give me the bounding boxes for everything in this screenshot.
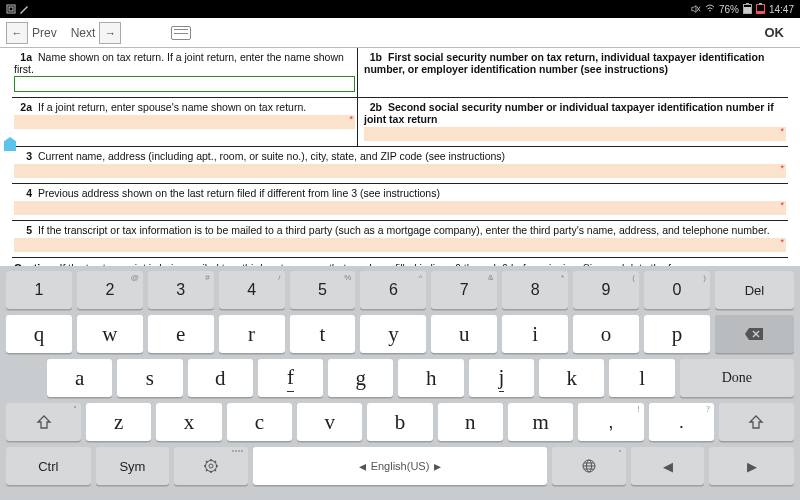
svg-line-14 [206,470,208,472]
line-3-label: Current name, address (including apt., r… [38,150,505,162]
line-4-input[interactable]: * [14,201,786,215]
keyboard: 1 2@ 3# 4/ 5% 6^ 7& 8* 9( 0) Del q w e r… [0,266,800,500]
line-3-number: 3 [14,150,32,162]
line-5-label: If the transcript or tax information is … [38,224,770,236]
line-2a-input[interactable]: * [14,115,355,129]
key-o[interactable]: o [573,315,639,353]
key-comma[interactable]: ,! [578,403,643,441]
triangle-left-icon: ◀ [663,459,673,474]
key-settings[interactable] [174,447,248,485]
svg-line-15 [215,461,217,463]
svg-point-7 [209,464,213,468]
line-1a-label: Name shown on tax return. If a joint ret… [14,51,344,75]
svg-rect-0 [7,5,15,13]
key-a[interactable]: a [47,359,112,397]
clock: 14:47 [769,4,794,15]
line-2b-number: 2b [364,101,382,113]
key-s[interactable]: s [117,359,182,397]
key-1[interactable]: 1 [6,271,72,309]
prev-label: Prev [32,26,57,40]
line-5-number: 5 [14,224,32,236]
key-7[interactable]: 7& [431,271,497,309]
notification-icon [6,4,16,14]
next-label: Next [71,26,96,40]
line-4-label: Previous address shown on the last retur… [38,187,440,199]
line-2a-label: If a joint return, enter spouse's name s… [38,101,306,113]
key-e[interactable]: e [148,315,214,353]
key-m[interactable]: m [508,403,573,441]
key-0[interactable]: 0) [644,271,710,309]
next-button[interactable]: Next → [71,22,122,44]
tax-form: 1aName shown on tax return. If a joint r… [0,48,800,266]
key-y[interactable]: y [360,315,426,353]
line-4-number: 4 [14,187,32,199]
key-i[interactable]: i [502,315,568,353]
key-c[interactable]: c [227,403,292,441]
key-u[interactable]: u [431,315,497,353]
key-shift-left[interactable] [6,403,81,441]
key-p[interactable]: p [644,315,710,353]
key-arrow-right[interactable]: ▶ [709,447,794,485]
line-2b-input[interactable]: * [364,127,786,141]
ok-button[interactable]: OK [755,25,795,40]
key-f[interactable]: f [258,359,323,397]
keyboard-toggle-icon[interactable] [171,26,191,40]
battery-icon [743,4,752,14]
key-arrow-left[interactable]: ◀ [631,447,705,485]
key-r[interactable]: r [219,315,285,353]
key-d[interactable]: d [188,359,253,397]
key-g[interactable]: g [328,359,393,397]
key-backspace[interactable] [715,315,794,353]
key-q[interactable]: q [6,315,72,353]
key-delete[interactable]: Del [715,271,794,309]
key-l[interactable]: l [609,359,674,397]
key-ctrl[interactable]: Ctrl [6,447,91,485]
key-z[interactable]: z [86,403,151,441]
line-1a-number: 1a [14,51,32,63]
triangle-left-icon: ◂ [359,458,366,474]
mute-icon [691,4,701,14]
shift-icon [748,415,764,429]
gear-icon [203,458,219,474]
key-x[interactable]: x [156,403,221,441]
triangle-right-icon: ▶ [747,459,757,474]
key-n[interactable]: n [438,403,503,441]
globe-icon [581,458,597,474]
key-6[interactable]: 6^ [360,271,426,309]
svg-rect-1 [9,7,13,11]
key-5[interactable]: 5% [290,271,356,309]
key-sym[interactable]: Sym [96,447,170,485]
key-done[interactable]: Done [680,359,794,397]
key-b[interactable]: b [367,403,432,441]
key-w[interactable]: w [77,315,143,353]
line-1a-input[interactable] [14,76,355,92]
arrow-right-icon: → [99,22,121,44]
line-2b-label: Second social security number or individ… [364,101,774,125]
shift-icon [36,415,52,429]
key-9[interactable]: 9( [573,271,639,309]
key-8[interactable]: 8* [502,271,568,309]
key-v[interactable]: v [297,403,362,441]
line-2a-number: 2a [14,101,32,113]
backspace-icon [744,327,764,341]
pencil-icon [19,4,29,14]
line-5-input[interactable]: * [14,238,786,252]
key-space[interactable]: ◂English(US)▸ [253,447,547,485]
key-j[interactable]: j [469,359,534,397]
key-2[interactable]: 2@ [77,271,143,309]
key-h[interactable]: h [398,359,463,397]
key-t[interactable]: t [290,315,356,353]
key-3[interactable]: 3# [148,271,214,309]
caution-label: Caution: [14,262,57,266]
line-1b-label: First social security number on tax retu… [364,51,764,75]
svg-line-13 [215,470,217,472]
key-period[interactable]: .? [649,403,714,441]
key-k[interactable]: k [539,359,604,397]
android-status-bar: 76% 14:47 [0,0,800,18]
key-shift-right[interactable] [719,403,794,441]
prev-button[interactable]: ← Prev [6,22,57,44]
key-4[interactable]: 4/ [219,271,285,309]
caution-text: If the tax transcript is being mailed to… [57,262,715,266]
line-3-input[interactable]: * [14,164,786,178]
key-lang[interactable] [552,447,626,485]
